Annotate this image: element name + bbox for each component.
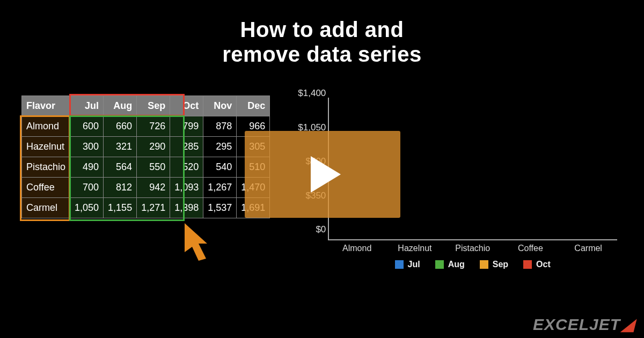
row-label[interactable]: Hazelnut [22, 137, 70, 157]
legend-item: Oct [523, 260, 551, 269]
cell[interactable]: 564 [104, 157, 137, 178]
x-label: Hazelnut [386, 244, 444, 253]
chart-x-axis: Almond Hazelnut Pistachio Coffee Carmel [328, 244, 617, 253]
col-header-aug[interactable]: Aug [104, 96, 137, 116]
table-row[interactable]: Carmel 1,050 1,155 1,271 1,398 1,537 1,6… [22, 198, 270, 218]
play-button[interactable] [245, 131, 400, 218]
title-line-1: How to add and [240, 18, 404, 41]
page-title: How to add and remove data series [0, 0, 644, 67]
col-header-sep[interactable]: Sep [137, 96, 170, 116]
cell[interactable]: 942 [137, 178, 170, 198]
legend-label: Oct [536, 260, 551, 269]
legend-item: Jul [395, 260, 420, 269]
data-table-wrap: Flavor Jul Aug Sep Oct Nov Dec Almond 60… [21, 95, 270, 218]
cell[interactable]: 700 [70, 178, 104, 198]
row-label[interactable]: Pistachio [22, 157, 70, 178]
cell[interactable]: 1,267 [203, 178, 237, 198]
col-header-nov[interactable]: Nov [203, 96, 237, 116]
cell[interactable]: 812 [104, 178, 137, 198]
cell[interactable]: 1,537 [203, 198, 237, 218]
table-row[interactable]: Hazelnut 300 321 290 285 295 305 [22, 137, 270, 157]
cell[interactable]: 1,271 [137, 198, 170, 218]
col-header-dec[interactable]: Dec [237, 96, 270, 116]
cell[interactable]: 490 [70, 157, 104, 178]
cell[interactable]: 878 [203, 116, 237, 137]
legend-item: Aug [435, 260, 465, 269]
data-table[interactable]: Flavor Jul Aug Sep Oct Nov Dec Almond 60… [21, 95, 270, 218]
col-header-jul[interactable]: Jul [70, 96, 104, 116]
legend-swatch-icon [480, 260, 488, 269]
y-tick: $1,400 [291, 88, 326, 99]
cell[interactable]: 321 [104, 137, 137, 157]
chart-legend: Jul Aug Sep Oct [328, 260, 617, 269]
x-label: Pistachio [444, 244, 502, 253]
x-label: Coffee [502, 244, 560, 253]
cell[interactable]: 295 [203, 137, 237, 157]
cell[interactable]: 600 [70, 116, 104, 137]
x-label: Almond [328, 244, 386, 253]
col-header-oct[interactable]: Oct [170, 96, 203, 116]
table-row[interactable]: Almond 600 660 726 799 878 966 [22, 116, 270, 137]
row-label[interactable]: Almond [22, 116, 70, 137]
table-row[interactable]: Pistachio 490 564 550 520 540 510 [22, 157, 270, 178]
cell[interactable]: 660 [104, 116, 137, 137]
table-row[interactable]: Coffee 700 812 942 1,093 1,267 1,470 [22, 178, 270, 198]
title-line-2: remove data series [222, 42, 421, 66]
col-header-flavor[interactable]: Flavor [22, 96, 70, 116]
y-tick: $0 [291, 224, 326, 235]
legend-swatch-icon [523, 260, 532, 269]
legend-label: Aug [448, 260, 465, 269]
cell[interactable]: 1,093 [170, 178, 203, 198]
play-icon [311, 156, 341, 193]
cell[interactable]: 1,050 [70, 198, 104, 218]
cell[interactable]: 1,398 [170, 198, 203, 218]
brand-text: EXCELJET [533, 315, 620, 333]
cell[interactable]: 540 [203, 157, 237, 178]
brand-accent-icon: ◢ [621, 315, 634, 333]
legend-item: Sep [480, 260, 508, 269]
brand-logo: EXCELJET◢ [533, 315, 634, 334]
row-label[interactable]: Carmel [22, 198, 70, 218]
legend-label: Sep [493, 260, 508, 269]
legend-swatch-icon [395, 260, 404, 269]
cell[interactable]: 1,155 [104, 198, 137, 218]
cell[interactable]: 290 [137, 137, 170, 157]
cell[interactable]: 300 [70, 137, 104, 157]
legend-label: Jul [408, 260, 420, 269]
cell[interactable]: 726 [137, 116, 170, 137]
svg-marker-0 [185, 223, 207, 261]
legend-swatch-icon [435, 260, 444, 269]
cell[interactable]: 550 [137, 157, 170, 178]
cell[interactable]: 285 [170, 137, 203, 157]
cell[interactable]: 799 [170, 116, 203, 137]
cell[interactable]: 520 [170, 157, 203, 178]
x-label: Carmel [559, 244, 617, 253]
row-label[interactable]: Coffee [22, 178, 70, 198]
